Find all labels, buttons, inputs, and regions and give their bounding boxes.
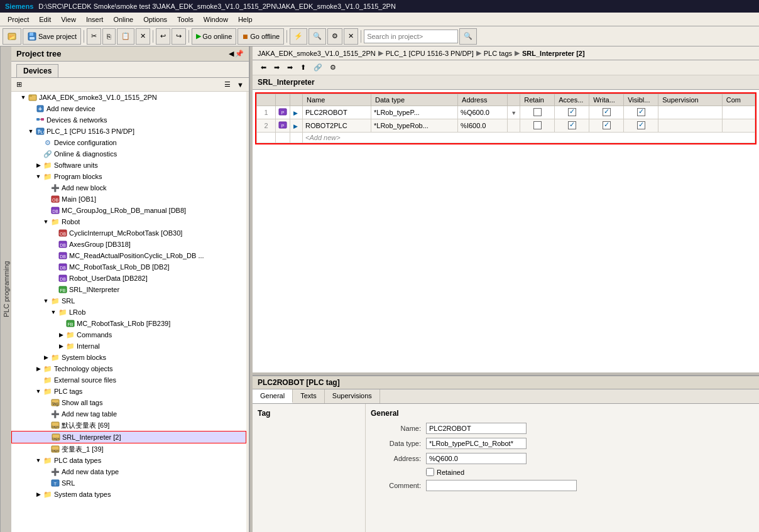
visible-checkbox-2[interactable] <box>637 121 645 129</box>
toolbar-btn-2[interactable]: 🔍 <box>309 28 326 45</box>
tree-item-add-data-type[interactable]: ➕ Add new data type <box>11 466 246 477</box>
open-button[interactable]: 📂 <box>3 28 21 45</box>
search-input[interactable] <box>364 30 458 43</box>
tree-item-add-block[interactable]: ➕ Add new block <box>11 182 246 193</box>
expander-robot[interactable]: ▼ <box>41 219 50 225</box>
search-button[interactable]: 🔍 <box>459 28 477 45</box>
breadcrumb-item-1[interactable]: PLC_1 [CPU 1516-3 PN/DP] <box>386 50 474 57</box>
paste-button[interactable]: 📋 <box>117 28 134 45</box>
go-online-button[interactable]: ▶ Go online <box>192 28 236 45</box>
expander-commands[interactable]: ▶ <box>57 332 65 338</box>
save-project-button[interactable]: Save project <box>23 28 81 45</box>
tree-item-srl-interpreter[interactable]: FB SRL_INterpreter <box>11 284 246 295</box>
row-dropdown-2[interactable] <box>508 119 520 133</box>
go-offline-button[interactable]: ⏹ Go offline <box>238 28 284 45</box>
delete-button[interactable]: ✕ <box>136 28 150 45</box>
menu-help[interactable]: Help <box>233 14 258 24</box>
content-btn-1[interactable]: ⬅ <box>258 62 270 73</box>
tree-item-mc-group[interactable]: DB MC_GroupJog_LRob_DB_manual [DB8] <box>11 205 246 216</box>
tree-item-mc-robot-task[interactable]: DB MC_RobotTask_LRob_DB [DB2] <box>11 261 246 273</box>
access-checkbox-2[interactable] <box>568 121 576 129</box>
tree-item-program-blocks[interactable]: ▼ 📁 Program blocks <box>11 171 246 182</box>
toolbar-btn-4[interactable]: ✕ <box>344 28 358 45</box>
row-access-2[interactable] <box>555 119 589 133</box>
row-write-1[interactable] <box>589 106 624 119</box>
name-field-input[interactable] <box>426 423 527 434</box>
row-retain-2[interactable] <box>520 119 555 133</box>
menu-window[interactable]: Window <box>199 14 233 24</box>
tree-item-tech-objects[interactable]: ▶ 📁 Technology objects <box>11 363 246 374</box>
tree-item-cyclic[interactable]: OB CyclicInterrupt_McRobotTask [OB30] <box>11 227 246 239</box>
copy-button[interactable]: ⎘ <box>102 28 116 45</box>
menu-edit[interactable]: Edit <box>34 14 56 24</box>
breadcrumb-item-3[interactable]: SRL_Interpreter [2] <box>522 50 585 57</box>
expander-program-blocks[interactable]: ▼ <box>34 173 43 180</box>
row-write-2[interactable] <box>589 119 624 133</box>
row-dropdown-1[interactable]: ▼ <box>508 106 520 119</box>
tree-item-robot-folder[interactable]: ▼ 📁 Robot <box>11 216 246 227</box>
tree-view-btn[interactable]: ☰ <box>222 79 233 90</box>
expander-srl[interactable]: ▼ <box>41 298 50 304</box>
undo-button[interactable]: ↩ <box>156 28 170 45</box>
content-btn-5[interactable]: 🔗 <box>310 62 325 73</box>
plc-programming-tab[interactable]: PLC programming <box>0 46 11 532</box>
expander-lrob[interactable]: ▼ <box>49 309 58 315</box>
expander-software-units[interactable]: ▶ <box>34 162 43 168</box>
menu-options[interactable]: Options <box>138 14 172 24</box>
visible-checkbox-1[interactable] <box>637 108 645 116</box>
row-access-1[interactable] <box>555 106 589 119</box>
retained-checkbox[interactable] <box>426 468 434 476</box>
content-btn-3[interactable]: ➡ <box>284 62 296 73</box>
tree-item-show-all-tags[interactable]: tag Show all tags <box>11 397 246 408</box>
tree-item-add-device[interactable]: + Add new device <box>11 103 246 114</box>
write-checkbox-2[interactable] <box>603 121 611 129</box>
tree-item-plc1[interactable]: ▼ PLC PLC_1 [CPU 1516-3 PN/DP] <box>11 126 246 137</box>
tree-item-online-diag[interactable]: 🔗 Online & diagnostics <box>11 148 246 160</box>
tree-item-commands[interactable]: ▶ 📁 Commands <box>11 329 246 340</box>
expander-system-data-types[interactable]: ▶ <box>34 491 43 497</box>
tree-item-root[interactable]: ▼ JAKA_EDK_smoke3_V1.0_1515_2PN <box>11 92 246 103</box>
menu-insert[interactable]: Insert <box>81 14 109 24</box>
redo-button[interactable]: ↪ <box>172 28 186 45</box>
toolbar-btn-3[interactable]: ⚙ <box>327 28 342 45</box>
menu-tools[interactable]: Tools <box>172 14 199 24</box>
menu-view[interactable]: View <box>56 14 81 24</box>
menu-online[interactable]: Online <box>108 14 138 24</box>
tree-item-plc-tags[interactable]: ▼ 📁 PLC tags <box>11 386 246 397</box>
table-row[interactable]: 2 P ▶ ROBOT2PLC *LRob_typeRob... %I600.0 <box>257 119 755 133</box>
datatype-field-input[interactable] <box>426 438 527 449</box>
menu-project[interactable]: Project <box>3 14 34 24</box>
row-visible-2[interactable] <box>624 119 658 133</box>
tree-collapse-btn[interactable]: ◀ <box>229 50 234 58</box>
expander-internal[interactable]: ▶ <box>57 343 65 349</box>
tag-table-area[interactable]: SRL_Interpreter Name Data type Address <box>253 75 759 372</box>
tree-filter-btn[interactable]: ▼ <box>234 80 246 90</box>
tree-item-device-config[interactable]: ⚙ Device configuration <box>11 137 246 148</box>
retain-checkbox-2[interactable] <box>533 121 542 129</box>
tree-expander-root[interactable]: ▼ <box>19 94 28 100</box>
breadcrumb-item-2[interactable]: PLC tags <box>484 50 512 57</box>
write-checkbox-1[interactable] <box>603 108 611 116</box>
tree-item-ext-sources[interactable]: 📁 External source files <box>11 374 246 386</box>
tab-general[interactable]: General <box>253 389 293 403</box>
comment-field-input[interactable] <box>426 480 577 491</box>
tree-item-srl-interpreter-2[interactable]: tags SRL_Interpreter [2] <box>11 431 246 443</box>
tree-item-add-tag-table[interactable]: ➕ Add new tag table <box>11 408 246 420</box>
devices-tab[interactable]: Devices <box>16 64 58 77</box>
tree-expand-all-btn[interactable]: ⊞ <box>14 79 25 90</box>
breadcrumb-item-0[interactable]: JAKA_EDK_smoke3_V1.0_1515_2PN <box>258 50 376 57</box>
row-visible-1[interactable] <box>624 106 658 119</box>
tree-item-mc-robot-task-lrob[interactable]: FB MC_RobotTask_LRob [FB239] <box>11 318 246 329</box>
content-btn-6[interactable]: ⚙ <box>327 62 339 73</box>
tree-item-main[interactable]: OB Main [OB1] <box>11 193 246 205</box>
retain-checkbox-1[interactable] <box>533 108 542 116</box>
expander-tech[interactable]: ▶ <box>34 366 43 372</box>
tree-item-srl-folder[interactable]: ▼ 📁 SRL <box>11 295 246 307</box>
row-expand-2[interactable]: ▶ <box>290 119 303 133</box>
tree-pin-btn[interactable]: 📌 <box>235 50 244 58</box>
row-expand-1[interactable]: ▶ <box>290 106 303 119</box>
address-field-input[interactable] <box>426 453 527 464</box>
tree-item-mc-read[interactable]: DB MC_ReadActualPositionCyclic_LRob_DB .… <box>11 250 246 261</box>
tree-item-srl-type[interactable]: T SRL <box>11 477 246 489</box>
tree-item-system-blocks[interactable]: ▶ 📁 System blocks <box>11 352 246 363</box>
